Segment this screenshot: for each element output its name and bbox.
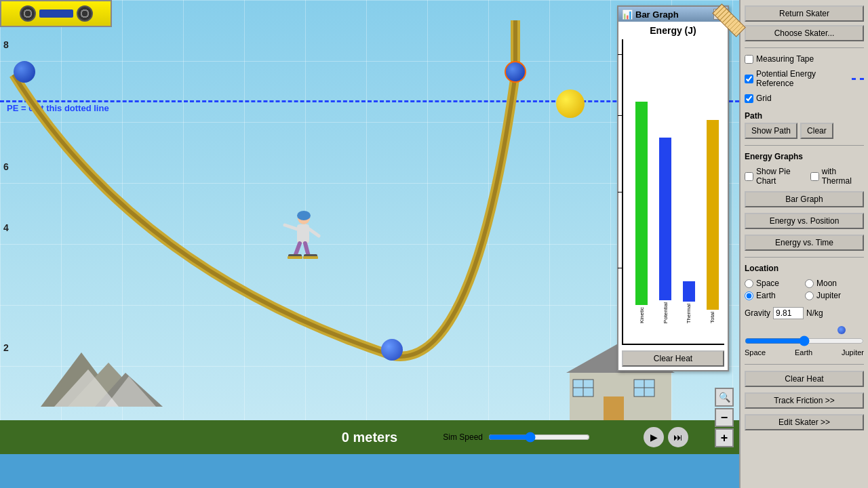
svg-point-1: [297, 211, 311, 220]
measuring-tape-checkbox[interactable]: [745, 55, 753, 64]
bar-graph-clear-heat-button[interactable]: Clear Heat: [622, 350, 724, 367]
svg-line-4: [309, 229, 319, 236]
path-section: Path Show Path Clear: [745, 111, 864, 139]
bar-graph-title: Bar Graph: [635, 9, 679, 20]
thermal-label: with Thermal: [822, 167, 864, 186]
energy-vs-time-button[interactable]: Energy vs. Time: [745, 235, 864, 251]
gravity-slider-indicator: [837, 326, 846, 334]
space-radio[interactable]: [745, 279, 753, 288]
energy-vs-position-button[interactable]: Energy vs. Position: [745, 213, 864, 229]
pie-chart-label: Show Pie Chart: [756, 167, 808, 186]
gravity-slider[interactable]: [745, 336, 864, 346]
potential-bar-label: Potential: [663, 302, 669, 323]
sim-speed-slider[interactable]: [488, 432, 590, 443]
jupiter-label: Jupiter: [816, 291, 841, 300]
svg-rect-18: [604, 396, 624, 420]
clear-heat-button[interactable]: Clear Heat: [745, 371, 864, 387]
potential-energy-ref-checkbox[interactable]: [745, 75, 753, 83]
ball-left[interactable]: [14, 61, 35, 83]
location-label: Location: [745, 264, 864, 273]
pie-chart-row: Show Pie Chart with Thermal: [745, 167, 864, 186]
pe-line-icon: [852, 78, 864, 80]
space-gravity-label: Space: [745, 348, 766, 357]
step-button[interactable]: ⏭: [668, 427, 688, 447]
gravity-labels: Space Earth Jupiter: [745, 348, 864, 357]
meters-label: 0 meters: [342, 430, 397, 445]
earth-gravity-label: Earth: [795, 348, 812, 357]
bottom-bar: 0 meters Sim Speed ▶ ⏭: [0, 420, 739, 454]
measuring-tape-row: Measuring Tape: [745, 54, 864, 64]
track-friction-button[interactable]: Track Friction >>: [745, 392, 864, 409]
bar-graph-titlebar: 📊 Bar Graph ×: [618, 7, 728, 22]
moon-radio[interactable]: [805, 279, 814, 288]
ball-bottom[interactable]: [381, 339, 403, 361]
svg-line-3: [285, 225, 297, 229]
sim-speed-label: Sim Speed: [443, 432, 483, 442]
space-label: Space: [756, 279, 779, 288]
jupiter-gravity-label: Jupiter: [842, 348, 864, 357]
gravity-label: Gravity: [745, 308, 770, 318]
svg-rect-9: [288, 256, 302, 259]
measuring-tape-label: Measuring Tape: [756, 54, 814, 64]
right-panel: Return Skater Choose Skater... Measuring…: [739, 0, 868, 488]
gravity-row: Gravity N/kg: [745, 307, 864, 319]
tape-reel-right: [77, 5, 93, 22]
location-grid: Space Moon Earth Jupiter: [745, 279, 864, 302]
edit-skater-button[interactable]: Edit Skater >>: [745, 414, 864, 430]
gravity-input[interactable]: [773, 307, 804, 319]
clear-path-button[interactable]: Clear: [800, 123, 833, 139]
play-button[interactable]: ▶: [644, 427, 664, 447]
tape-bar: [39, 9, 73, 18]
energy-graphs-label: Energy Graphs: [745, 152, 864, 161]
kinetic-bar-label: Kinetic: [639, 307, 645, 323]
return-skater-button[interactable]: Return Skater: [745, 5, 864, 22]
jupiter-radio[interactable]: [805, 291, 814, 300]
zoom-controls: 🔍 − +: [715, 388, 734, 447]
zoom-minus-button[interactable]: −: [715, 408, 734, 427]
svg-rect-2: [297, 224, 309, 243]
zoom-plus-button[interactable]: +: [715, 428, 734, 447]
ball-top-right[interactable]: [505, 61, 526, 83]
earth-radio[interactable]: [745, 291, 753, 300]
svg-rect-10: [303, 256, 318, 259]
path-label: Path: [745, 111, 864, 121]
magnifier-button[interactable]: 🔍: [715, 388, 734, 407]
skater-figure[interactable]: [278, 210, 326, 271]
ball-yellow[interactable]: [556, 89, 585, 118]
choose-skater-button[interactable]: Choose Skater...: [745, 25, 864, 41]
gravity-unit: N/kg: [806, 308, 823, 318]
moon-label: Moon: [816, 279, 837, 288]
show-path-button[interactable]: Show Path: [745, 123, 797, 139]
grid-checkbox[interactable]: [745, 94, 753, 103]
pie-chart-checkbox[interactable]: [745, 172, 753, 181]
energy-axis-label: Energy (J): [622, 25, 724, 36]
bar-graph-button[interactable]: Bar Graph: [745, 191, 864, 207]
potential-energy-ref-label: Potential Energy Reference: [756, 69, 847, 88]
total-bar-label: Total: [709, 312, 715, 323]
potential-energy-ref-row: Potential Energy Reference: [745, 69, 864, 88]
tape-reel-left: [20, 5, 36, 22]
earth-label: Earth: [756, 291, 776, 300]
grid-label: Grid: [756, 94, 772, 103]
cassette-tape[interactable]: [0, 0, 112, 27]
bar-graph-icon: 📊: [622, 9, 633, 20]
thermal-bar-label: Thermal: [686, 304, 692, 323]
thermal-checkbox[interactable]: [810, 172, 819, 181]
mountains: [0, 339, 271, 420]
grid-row: Grid: [745, 94, 864, 103]
bar-graph-window: 📊 Bar Graph × Energy (J) Kinetic: [617, 5, 729, 371]
